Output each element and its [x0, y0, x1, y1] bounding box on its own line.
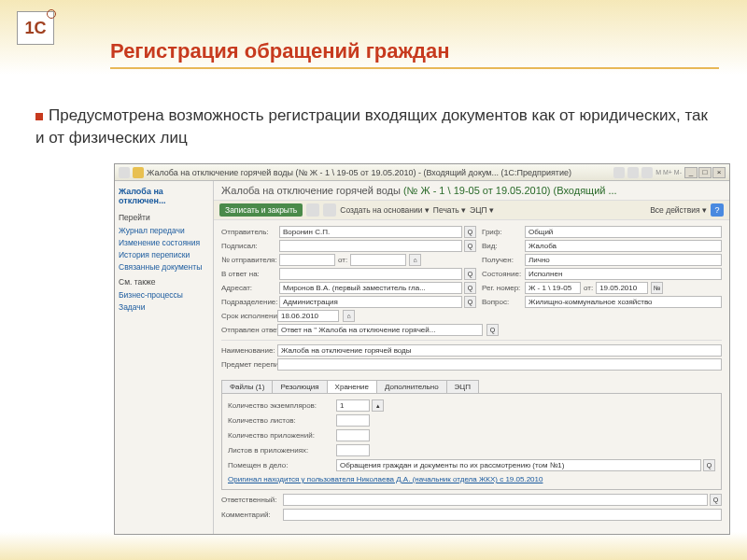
copies-field[interactable]: 1 — [336, 399, 370, 412]
sheets-field[interactable] — [336, 414, 370, 427]
replysent-field[interactable]: Ответ на " Жалоба на отключение горячей.… — [277, 324, 483, 336]
send-icon[interactable] — [323, 203, 336, 217]
lookup-icon[interactable]: Q — [703, 459, 715, 471]
app-window: Жалоба на отключение горячей воды (№ Ж -… — [114, 163, 730, 535]
sidebar-doc-title: Жалоба на отключен... — [119, 187, 209, 205]
ecp-button[interactable]: ЭЦП ▾ — [470, 205, 494, 215]
sender-field[interactable]: Воронин С.П. — [279, 226, 462, 238]
toolbar-icon[interactable] — [627, 167, 639, 178]
state-label: Состояние: — [482, 270, 519, 278]
tab-resolution[interactable]: Резолюция — [272, 380, 327, 393]
tab-storage[interactable]: Хранение — [327, 380, 377, 393]
tab-ecp[interactable]: ЭЦП — [446, 380, 479, 393]
responsible-field[interactable] — [283, 494, 708, 506]
received-field[interactable]: Лично — [525, 254, 722, 266]
attach-field[interactable] — [336, 429, 370, 441]
inreply-field[interactable] — [279, 268, 462, 280]
save-and-close-button[interactable]: Записать и закрыть — [219, 203, 303, 217]
subject-label: Предмет переписки: — [221, 360, 274, 369]
topic-label: Вопрос: — [482, 298, 519, 306]
toolbar: Записать и закрыть Создать на основании … — [214, 200, 729, 220]
deadline-field[interactable]: 18.06.2010 — [277, 310, 339, 322]
grif-field[interactable]: Общий — [525, 226, 722, 238]
state-field[interactable]: Исполнен — [525, 268, 722, 280]
type-label: Вид: — [482, 242, 519, 250]
sidebar-link-journal[interactable]: Журнал передачи — [119, 226, 209, 235]
help-icon[interactable]: ? — [711, 203, 724, 217]
maximize-button[interactable]: □ — [698, 167, 712, 178]
attsheets-field[interactable] — [336, 444, 370, 456]
tab-bar: Файлы (1) Резолюция Хранение Дополнитель… — [221, 380, 722, 394]
sidebar-link-bp[interactable]: Бизнес-процессы — [119, 290, 209, 300]
dept-label: Подразделение: — [221, 298, 274, 306]
print-button[interactable]: Печать ▾ — [433, 205, 466, 215]
create-based-on-button[interactable]: Создать на основании ▾ — [340, 205, 430, 215]
sender-date-field[interactable] — [350, 254, 406, 266]
lookup-icon[interactable]: Q — [710, 494, 722, 506]
lookup-icon[interactable]: Q — [464, 282, 476, 294]
slide-description: Предусмотрена возможность регистрации вх… — [35, 105, 719, 149]
star-icon[interactable] — [133, 167, 144, 178]
lookup-icon[interactable]: Q — [464, 296, 476, 308]
comment-field[interactable] — [283, 509, 722, 521]
all-actions-button[interactable]: Все действия ▾ — [650, 205, 707, 215]
topic-field[interactable]: Жилищно-коммунальное хозяйство — [525, 296, 722, 308]
sidebar-section: См. также — [119, 277, 209, 287]
calendar-icon[interactable]: ⌂ — [343, 310, 355, 322]
addressee-field[interactable]: Миронов В.А. (первый заместитель гла... — [279, 282, 462, 294]
window-title: Жалоба на отключение горячей воды (№ Ж -… — [147, 168, 611, 177]
toolbar-icon[interactable] — [641, 167, 653, 178]
sidebar-link-state[interactable]: Изменение состояния — [119, 238, 209, 247]
comment-label: Комментарий: — [221, 511, 277, 519]
replysent-label: Отправлен ответ: — [221, 326, 274, 334]
inreply-label: В ответ на: — [221, 270, 274, 278]
folder-field[interactable]: Обращения граждан и документы по их расс… — [336, 459, 701, 471]
toolbar-icon[interactable] — [613, 167, 625, 178]
sender-num-label: № отправителя: — [221, 256, 274, 264]
responsible-label: Ответственный: — [221, 496, 277, 504]
dept-field[interactable]: Администрация — [279, 296, 462, 308]
minimize-button[interactable]: _ — [684, 167, 698, 178]
tab-additional[interactable]: Дополнительно — [376, 380, 447, 393]
lookup-icon[interactable]: Q — [464, 226, 476, 238]
logo-1c: 1C — [17, 11, 54, 45]
document-title: Жалоба на отключение горячей воды (№ Ж -… — [214, 181, 729, 200]
lookup-icon[interactable]: Q — [464, 240, 476, 252]
app-icon — [119, 167, 130, 178]
type-field[interactable]: Жалоба — [525, 240, 722, 252]
sender-label: Отправитель: — [221, 228, 274, 236]
save-icon[interactable] — [306, 203, 319, 217]
name-label: Наименование: — [221, 346, 274, 355]
calendar-icon[interactable]: ⌂ — [409, 254, 421, 266]
grif-label: Гриф: — [482, 228, 519, 236]
received-label: Получен: — [482, 256, 519, 264]
regnum-button[interactable]: № — [651, 282, 663, 294]
subject-field[interactable] — [277, 358, 722, 371]
form: Отправитель: Воронин С.П.Q Гриф: Общий П… — [214, 220, 729, 376]
original-location-link[interactable]: Оригинал находится у пользователя Никола… — [228, 475, 543, 483]
tab-files[interactable]: Файлы (1) — [221, 380, 273, 393]
folder-label: Помещен в дело: — [228, 461, 331, 469]
lookup-icon[interactable]: Q — [464, 268, 476, 280]
stepper-icon[interactable]: ▴ — [372, 399, 384, 412]
addressee-label: Адресат: — [221, 284, 274, 292]
deadline-label: Срок исполнения: — [221, 312, 274, 320]
name-field[interactable]: Жалоба на отключение горячей воды — [277, 344, 722, 357]
regnum-field[interactable]: Ж - 1 \ 19-05 — [525, 282, 581, 294]
regnum-label: Рег. номер: — [482, 284, 519, 292]
sidebar-section: Перейти — [119, 213, 209, 222]
sidebar: Жалоба на отключен... Перейти Журнал пер… — [115, 181, 214, 534]
sidebar-link-related[interactable]: Связанные документы — [119, 262, 209, 272]
attach-label: Количество приложений: — [228, 431, 331, 440]
sidebar-link-tasks[interactable]: Задачи — [119, 302, 209, 312]
close-button[interactable]: × — [712, 167, 726, 178]
sender-num-field[interactable] — [279, 254, 335, 266]
regdate-field[interactable]: 19.05.2010 — [596, 282, 648, 294]
sidebar-link-history[interactable]: История переписки — [119, 250, 209, 259]
lookup-icon[interactable]: Q — [486, 324, 499, 336]
copies-label: Количество экземпляров: — [228, 401, 331, 410]
tab-content-storage: Количество экземпляров: 1▴ Количество ли… — [221, 394, 722, 490]
sheets-label: Количество листов: — [228, 416, 331, 425]
attsheets-label: Листов в приложениях: — [228, 446, 331, 455]
signed-field[interactable] — [279, 240, 462, 252]
